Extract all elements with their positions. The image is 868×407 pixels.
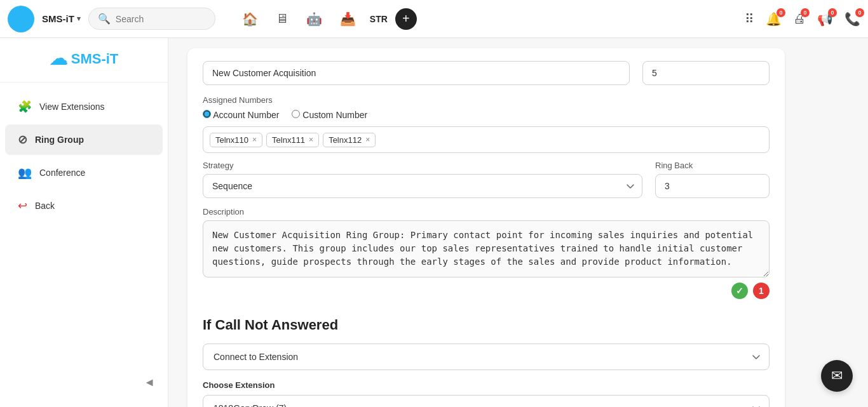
choose-extension-select[interactable]: 1818GaryDrew (7) 1820JohnSmith (3) 1822M… bbox=[203, 395, 770, 407]
extension-col bbox=[642, 61, 770, 85]
sidebar-item-label: View Extensions bbox=[39, 102, 104, 112]
tags-input[interactable]: Telnx110 × Telnx111 × Telnx112 × bbox=[203, 126, 770, 153]
robot-icon[interactable]: 🤖 bbox=[306, 11, 322, 27]
extension-input[interactable] bbox=[642, 61, 770, 85]
nav-action-icons: ⠿ 🔔 0 🖨 0 📢 0 📞 0 bbox=[745, 11, 860, 27]
description-section: Description New Customer Acquisition Rin… bbox=[203, 207, 770, 299]
monitor-icon[interactable]: 🖥 bbox=[276, 11, 288, 26]
inbox-icon[interactable]: 📥 bbox=[340, 11, 356, 27]
brand-name[interactable]: SMS-iT ▾ bbox=[42, 13, 81, 24]
sidebar: ☁ SMS-iT 🧩 View Extensions ⊘ Ring Group … bbox=[0, 38, 168, 407]
sidebar-item-label: Ring Group bbox=[35, 135, 84, 145]
call-not-answered-select[interactable]: Connect to Extension Voicemail Hang Up bbox=[203, 344, 770, 370]
form-card: Assigned Numbers Account Number Custom N… bbox=[187, 48, 785, 407]
if-call-not-answered-title: If Call Not Answered bbox=[203, 317, 770, 333]
desc-icons: ✓ 1 bbox=[203, 283, 770, 299]
choose-extension-label: Choose Extension bbox=[203, 380, 770, 390]
str-button[interactable]: STR bbox=[370, 14, 388, 24]
home-icon[interactable]: 🏠 bbox=[242, 11, 258, 27]
search-bar[interactable]: 🔍 bbox=[88, 8, 215, 30]
phone-badge: 0 bbox=[855, 8, 864, 17]
notification-badge: 0 bbox=[776, 8, 785, 17]
desc-confirm-button[interactable]: ✓ bbox=[731, 283, 748, 299]
main-layout: ☁ SMS-iT 🧩 View Extensions ⊘ Ring Group … bbox=[0, 38, 868, 407]
tag-label: Telnx110 bbox=[215, 135, 248, 145]
sidebar-item-conference[interactable]: 👥 Conference bbox=[5, 157, 163, 188]
tag-1: Telnx111 × bbox=[266, 133, 319, 147]
sidebar-item-label: Conference bbox=[39, 168, 85, 178]
chat-fab-button[interactable]: ✉ bbox=[821, 360, 853, 392]
sidebar-item-view-extensions[interactable]: 🧩 View Extensions bbox=[5, 91, 163, 122]
sidebar-logo: ☁ SMS-iT bbox=[0, 48, 168, 83]
grid-icon[interactable]: ⠿ bbox=[745, 11, 754, 27]
radio-account[interactable] bbox=[203, 110, 211, 118]
toggle-icon: ◄ bbox=[144, 376, 155, 389]
assigned-numbers-label: Assigned Numbers bbox=[203, 95, 770, 105]
radio-custom[interactable] bbox=[292, 110, 300, 118]
strategy-label: Strategy bbox=[203, 161, 642, 170]
ring-group-icon: ⊘ bbox=[18, 133, 27, 147]
ringback-col: Ring Back bbox=[655, 161, 770, 198]
brand-chevron: ▾ bbox=[77, 15, 81, 23]
strategy-select[interactable]: Sequence Round Robin Random bbox=[203, 174, 642, 198]
chat-icon: ✉ bbox=[831, 368, 843, 384]
sidebar-toggle[interactable]: ◄ bbox=[0, 368, 168, 397]
top-navigation: SMS-iT ▾ 🔍 🏠 🖥 🤖 📥 STR + ⠿ 🔔 0 🖨 0 📢 0 📞… bbox=[0, 0, 868, 38]
radio-account-label[interactable]: Account Number bbox=[203, 110, 279, 120]
description-textarea[interactable]: New Customer Acquisition Ring Group: Pri… bbox=[203, 220, 770, 277]
strategy-ring-row: Strategy Sequence Round Robin Random Rin… bbox=[203, 161, 770, 198]
strategy-col: Strategy Sequence Round Robin Random bbox=[203, 161, 642, 198]
announcement-icon[interactable]: 📢 0 bbox=[817, 11, 833, 27]
notification-icon[interactable]: 🔔 0 bbox=[766, 11, 782, 27]
name-extension-row bbox=[203, 61, 770, 85]
tag-2: Telnx112 × bbox=[323, 133, 376, 147]
printer-icon[interactable]: 🖨 0 bbox=[793, 11, 806, 26]
cloud-icon: ☁ bbox=[50, 48, 67, 69]
tag-label: Telnx111 bbox=[272, 135, 305, 145]
ringback-input[interactable] bbox=[655, 174, 770, 198]
conference-icon: 👥 bbox=[18, 166, 32, 180]
tag-remove-1[interactable]: × bbox=[309, 135, 313, 144]
main-content: Assigned Numbers Account Number Custom N… bbox=[168, 38, 868, 407]
brand-avatar[interactable] bbox=[8, 6, 34, 32]
content-inner: Assigned Numbers Account Number Custom N… bbox=[168, 38, 804, 407]
name-input[interactable] bbox=[203, 61, 630, 85]
tag-label: Telnx112 bbox=[329, 135, 362, 145]
sidebar-item-label: Back bbox=[35, 201, 55, 211]
ringback-label: Ring Back bbox=[655, 161, 770, 170]
radio-row: Account Number Custom Number bbox=[203, 110, 770, 120]
desc-reject-button[interactable]: 1 bbox=[753, 283, 770, 299]
printer-badge: 0 bbox=[801, 8, 810, 17]
nav-center-icons: 🏠 🖥 🤖 📥 bbox=[242, 11, 356, 27]
radio-custom-label[interactable]: Custom Number bbox=[292, 110, 367, 120]
extensions-icon: 🧩 bbox=[18, 100, 32, 114]
description-wrapper: New Customer Acquisition Ring Group: Pri… bbox=[203, 220, 770, 299]
description-label: Description bbox=[203, 207, 770, 217]
sidebar-item-ring-group[interactable]: ⊘ Ring Group bbox=[5, 124, 163, 155]
name-field-col bbox=[203, 61, 630, 85]
add-button[interactable]: + bbox=[395, 8, 417, 30]
tag-remove-2[interactable]: × bbox=[365, 135, 370, 144]
sidebar-item-back[interactable]: ↩ Back bbox=[5, 190, 163, 221]
sidebar-logo-text: SMS-iT bbox=[71, 51, 119, 67]
tag-0: Telnx110 × bbox=[210, 133, 262, 147]
tag-remove-0[interactable]: × bbox=[252, 135, 257, 144]
back-icon: ↩ bbox=[18, 199, 27, 213]
search-input[interactable] bbox=[116, 14, 198, 24]
search-icon: 🔍 bbox=[98, 13, 111, 25]
announcement-badge: 0 bbox=[828, 8, 837, 17]
phone-icon[interactable]: 📞 0 bbox=[844, 11, 860, 27]
